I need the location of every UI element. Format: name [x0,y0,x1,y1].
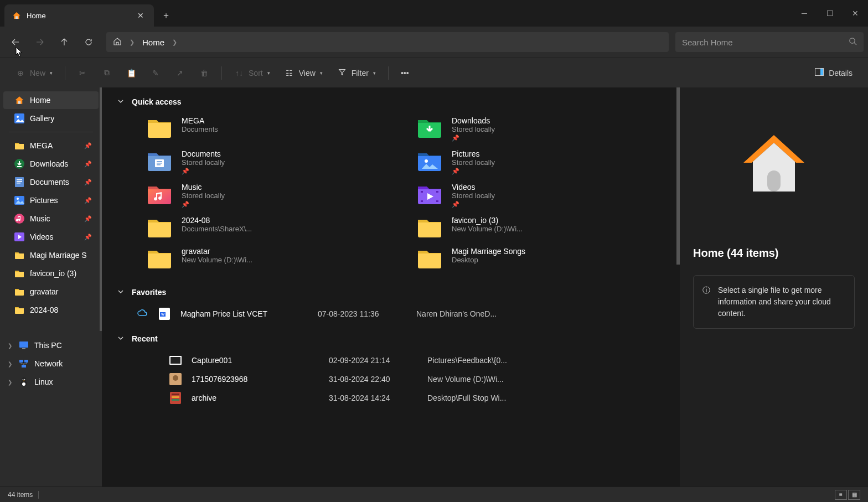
folder-icon [14,268,24,278]
close-icon[interactable]: ✕ [135,9,146,22]
more-button[interactable]: ••• [395,65,415,81]
chevron-right-icon[interactable]: ❯ [130,39,135,46]
sidebar: HomeGallery MEGA📌Downloads📌Documents📌Pic… [0,87,102,487]
quick-access-item[interactable]: Documents Stored locally 📌 [146,147,394,177]
svg-rect-33 [436,191,438,193]
sidebar-item-home[interactable]: Home [3,91,99,109]
sidebar-item[interactable]: Documents📌 [3,173,99,191]
sidebar-item-label: favicon_io (3) [30,269,92,278]
svg-rect-32 [421,200,423,202]
item-name: gravatar [182,247,394,256]
sidebar-item[interactable]: Music📌 [3,210,99,227]
tiles-view-toggle[interactable]: ▦ [848,490,860,500]
search-icon[interactable] [849,37,857,47]
document-icon [14,177,24,187]
chevron-right-icon[interactable]: ❯ [8,343,13,349]
search-input[interactable] [682,38,849,47]
item-date: 31-08-2024 14:24 [329,394,417,402]
sidebar-item[interactable]: 2024-08 [3,301,99,319]
rename-button[interactable]: ✎ [145,65,166,81]
quick-access-header[interactable]: Quick access [117,97,664,106]
svg-point-30 [425,159,428,163]
sidebar-item-linux[interactable]: ❯Linux [3,373,99,391]
share-button[interactable]: ↗ [169,65,190,81]
paste-button[interactable]: 📋 [121,65,142,81]
delete-button[interactable]: 🗑 [194,65,215,81]
recent-item[interactable]: archive 31-08-2024 14:24 Desktop\Full St… [128,389,664,407]
quick-access-item[interactable]: gravatar New Volume (D:)\Wi... [146,245,394,272]
chevron-right-icon[interactable]: ❯ [8,379,13,385]
quick-access-item[interactable]: favicon_io (3) New Volume (D:)\Wi... [416,214,664,241]
details-toggle[interactable]: Details [809,65,858,81]
home-large-icon [741,131,807,197]
back-button[interactable] [4,31,27,53]
main-content: Quick access MEGA Documents Downloads St… [102,87,680,487]
nav-bar: ❯ Home ❯ [0,27,868,58]
view-button[interactable]: ☷ View ▾ [279,65,328,81]
tab-home[interactable]: Home ✕ [4,4,154,27]
item-name: favicon_io (3) [452,216,664,225]
quick-access-item[interactable]: MEGA Documents [146,114,394,144]
favorite-item[interactable]: W Magham Price List VCET 07-08-2023 11:3… [117,304,664,323]
chevron-down-icon [117,98,124,106]
folder-icon [14,141,24,151]
filter-icon [337,68,347,77]
breadcrumb-home[interactable]: Home [142,38,164,47]
pin-icon: 📌 [84,234,92,241]
item-name: Capture001 [192,356,319,365]
sidebar-item[interactable]: gravatar [3,283,99,301]
pc-icon [19,340,29,350]
sidebar-item[interactable]: Pictures📌 [3,192,99,209]
forward-button[interactable] [29,31,51,53]
favorites-header[interactable]: Favorites [117,288,664,297]
quick-access-item[interactable]: Videos Stored locally 📌 [416,180,664,210]
minimize-button[interactable]: ─ [792,0,817,27]
sidebar-item-label: Home [30,96,92,105]
quick-access-item[interactable]: Music Stored locally 📌 [146,180,394,210]
pin-icon: 📌 [452,201,664,208]
sort-button[interactable]: ↑↓ Sort ▾ [229,65,276,81]
close-window-button[interactable]: ✕ [843,0,868,27]
svg-rect-8 [15,177,24,187]
quick-access-item[interactable]: 2024-08 Documents\ShareX\... [146,214,394,241]
scrollbar[interactable] [676,87,680,265]
sidebar-item-label: Gallery [30,114,92,123]
quick-access-item[interactable]: Magi Marriage Songs Desktop [416,245,664,272]
pin-icon: 📌 [452,168,664,175]
new-tab-button[interactable]: ＋ [154,4,178,27]
item-location: Documents\ShareX\... [182,225,394,233]
svg-rect-10 [17,181,22,182]
chevron-right-icon[interactable]: ❯ [172,39,177,46]
sidebar-item-label: Downloads [30,159,79,168]
view-icon: ☷ [285,69,294,77]
recent-item[interactable]: 1715076923968 31-08-2024 22:40 New Volum… [128,370,664,389]
sidebar-item[interactable]: Videos📌 [3,228,99,246]
details-title: Home (44 items) [693,247,779,260]
address-bar[interactable]: ❯ Home ❯ [106,32,669,52]
sidebar-item-this-pc[interactable]: ❯This PC [3,337,99,354]
up-button[interactable] [53,31,75,53]
chevron-right-icon[interactable]: ❯ [8,361,13,367]
maximize-button[interactable]: ☐ [817,0,843,27]
chevron-down-icon: ▾ [267,70,270,76]
sidebar-item[interactable]: favicon_io (3) [3,265,99,282]
cut-button[interactable]: ✂ [72,65,93,81]
sidebar-item[interactable]: Downloads📌 [3,155,99,173]
refresh-button[interactable] [78,31,100,53]
window-controls: ─ ☐ ✕ [792,0,868,27]
svg-point-23 [22,382,25,386]
search-box[interactable] [675,32,864,52]
details-view-toggle[interactable]: ≡ [835,490,847,500]
quick-access-item[interactable]: Downloads Stored locally 📌 [416,114,664,144]
recent-item[interactable]: Capture001 02-09-2024 21:14 Pictures\Fee… [128,351,664,370]
quick-access-item[interactable]: Pictures Stored locally 📌 [416,147,664,177]
sidebar-item[interactable]: Magi Marriage S [3,246,99,264]
folder-icon [146,247,173,270]
sidebar-item-network[interactable]: ❯Network [3,355,99,372]
recent-header[interactable]: Recent [117,334,664,343]
filter-button[interactable]: Filter ▾ [332,65,381,81]
copy-button[interactable]: ⧉ [96,65,117,81]
sidebar-item[interactable]: MEGA📌 [3,137,99,154]
new-button[interactable]: ⊕ New ▾ [10,65,58,81]
sidebar-item-gallery[interactable]: Gallery [3,110,99,127]
